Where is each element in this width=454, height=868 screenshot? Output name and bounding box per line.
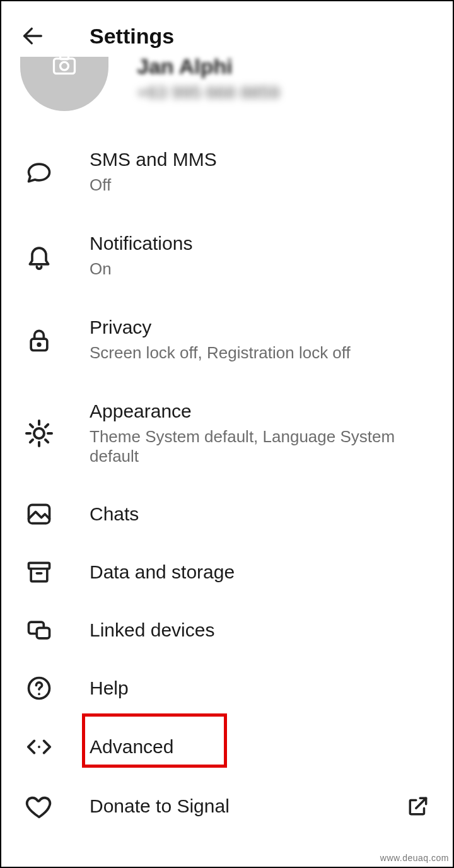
- settings-item-help[interactable]: Help: [1, 659, 453, 717]
- profile-phone: +63 995 668 8859: [137, 83, 280, 103]
- svg-point-6: [34, 428, 44, 438]
- external-link-button[interactable]: [402, 794, 434, 818]
- page-title: Settings: [90, 24, 174, 49]
- help-icon: [25, 674, 53, 702]
- svg-rect-16: [29, 563, 50, 568]
- item-title: Chats: [90, 503, 434, 525]
- svg-line-14: [45, 425, 48, 427]
- svg-line-13: [30, 440, 33, 442]
- code-icon: [25, 732, 54, 761]
- back-button[interactable]: [14, 17, 52, 55]
- item-title: Linked devices: [90, 619, 434, 641]
- settings-item-donate[interactable]: Donate to Signal: [1, 777, 453, 836]
- item-title: Data and storage: [90, 561, 434, 583]
- settings-item-advanced[interactable]: Advanced: [1, 717, 453, 777]
- item-title: Appearance: [90, 401, 434, 422]
- camera-icon: [50, 57, 78, 78]
- settings-item-chats[interactable]: Chats: [1, 485, 453, 543]
- settings-item-data-storage[interactable]: Data and storage: [1, 543, 453, 601]
- item-subtitle: On: [90, 259, 434, 279]
- svg-point-22: [38, 746, 40, 748]
- item-subtitle: Theme System default, Language System de…: [90, 427, 434, 466]
- item-title: Advanced: [90, 736, 434, 758]
- avatar: [20, 57, 108, 111]
- svg-rect-1: [54, 59, 75, 74]
- settings-item-sms[interactable]: SMS and MMS Off: [1, 130, 453, 214]
- svg-line-11: [30, 425, 33, 427]
- item-subtitle: Off: [90, 175, 434, 195]
- settings-item-appearance[interactable]: Appearance Theme System default, Languag…: [1, 382, 453, 485]
- svg-rect-19: [37, 628, 49, 638]
- item-title: Notifications: [90, 233, 434, 254]
- heart-icon: [25, 792, 54, 821]
- item-title: Donate to Signal: [90, 795, 402, 817]
- sun-icon: [24, 418, 54, 449]
- profile-row[interactable]: Jan Alphi +63 995 668 8859: [1, 57, 453, 130]
- svg-point-5: [38, 343, 40, 346]
- item-subtitle: Screen lock off, Registration lock off: [90, 343, 434, 363]
- archive-icon: [25, 558, 53, 586]
- settings-item-linked-devices[interactable]: Linked devices: [1, 601, 453, 659]
- svg-line-12: [45, 440, 48, 442]
- devices-icon: [25, 616, 53, 644]
- svg-point-21: [38, 693, 40, 695]
- arrow-left-icon: [20, 23, 45, 49]
- item-title: SMS and MMS: [90, 149, 434, 170]
- settings-list: SMS and MMS Off Notifications On Privacy…: [1, 130, 453, 836]
- lock-icon: [25, 326, 53, 354]
- svg-point-2: [61, 62, 69, 70]
- item-title: Help: [90, 677, 434, 699]
- watermark: www.deuaq.com: [380, 853, 449, 863]
- settings-item-privacy[interactable]: Privacy Screen lock off, Registration lo…: [1, 298, 453, 382]
- settings-item-notifications[interactable]: Notifications On: [1, 214, 453, 298]
- chat-bubble-icon: [25, 158, 53, 186]
- item-title: Privacy: [90, 317, 434, 338]
- bell-icon: [25, 242, 53, 270]
- image-icon: [25, 500, 53, 528]
- external-link-icon: [406, 794, 430, 818]
- profile-name: Jan Alphi: [137, 54, 280, 79]
